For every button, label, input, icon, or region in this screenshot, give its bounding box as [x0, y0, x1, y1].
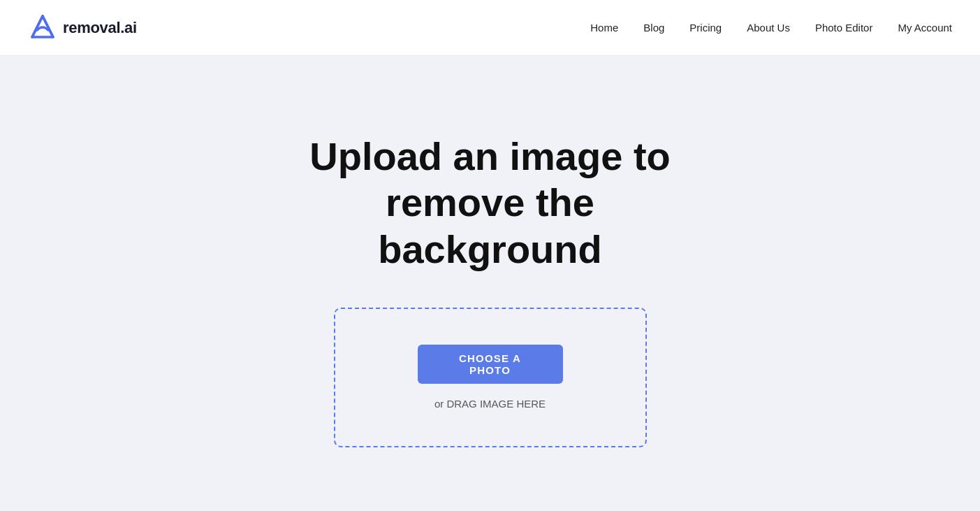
nav-menu: Home Blog Pricing About Us Photo Editor …: [590, 22, 952, 34]
nav-item-photo-editor[interactable]: Photo Editor: [815, 22, 873, 34]
logo-icon: [28, 13, 57, 43]
drop-zone[interactable]: CHOOSE A PHOTO or DRAG IMAGE HERE: [334, 308, 647, 447]
nav-item-my-account[interactable]: My Account: [898, 22, 952, 34]
logo-text: removal.ai: [63, 19, 137, 37]
choose-photo-button[interactable]: CHOOSE A PHOTO: [418, 345, 563, 384]
nav-item-home[interactable]: Home: [590, 22, 618, 34]
nav-item-about-us[interactable]: About Us: [747, 22, 790, 34]
drag-image-text: or DRAG IMAGE HERE: [434, 398, 546, 410]
main-content: Upload an image to remove the background…: [0, 56, 980, 511]
nav-item-pricing[interactable]: Pricing: [689, 22, 722, 34]
nav-item-blog[interactable]: Blog: [643, 22, 664, 34]
navbar: removal.ai Home Blog Pricing About Us Ph…: [0, 0, 980, 56]
logo[interactable]: removal.ai: [28, 13, 137, 43]
hero-title: Upload an image to remove the background: [309, 134, 671, 272]
